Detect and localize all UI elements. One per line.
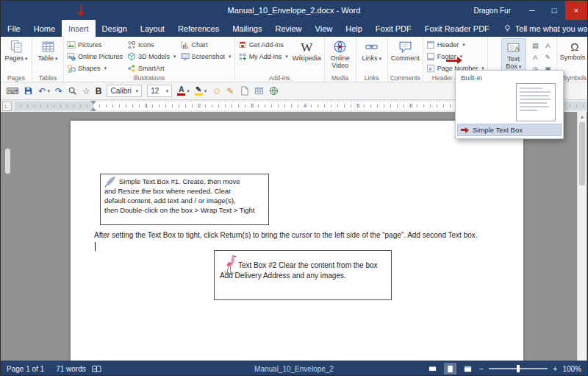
- font-name-select[interactable]: Calibri▾: [107, 85, 142, 97]
- icons-button[interactable]: Icons: [127, 39, 176, 51]
- highlight-button[interactable]: ✎▾: [195, 86, 207, 96]
- insert-table-button[interactable]: [254, 86, 264, 96]
- online-video-icon: [333, 40, 347, 54]
- addins-grid-icon: [238, 52, 247, 61]
- emoji-button[interactable]: ☺: [212, 85, 221, 96]
- tab-foxit-pdf[interactable]: Foxit PDF: [369, 20, 418, 37]
- table-button[interactable]: Table▾: [35, 38, 60, 62]
- drop-cap-button[interactable]: A: [530, 52, 541, 63]
- online-video-button[interactable]: Online Video: [328, 38, 353, 70]
- wikipedia-button[interactable]: W Wikipedia: [293, 39, 321, 63]
- tab-file[interactable]: File: [1, 20, 27, 37]
- zoom-in-button[interactable]: +: [553, 364, 557, 373]
- symbols-button[interactable]: Ω Symbols▾: [560, 38, 588, 61]
- shapes-icon: [67, 64, 76, 73]
- text-box-1[interactable]: Simple Text Box #1. Create, then move an…: [100, 174, 269, 225]
- chart-button[interactable]: Chart: [181, 39, 232, 51]
- paragraph-text[interactable]: After setting the Text Box to tight, cli…: [94, 231, 517, 239]
- pages-button[interactable]: Pages▾: [4, 38, 29, 62]
- document-area: Simple Text Box #1. Create, then move an…: [1, 112, 587, 361]
- web-layout-button[interactable]: [462, 363, 474, 375]
- omega-icon: Ω: [570, 40, 578, 54]
- header-button[interactable]: Header▾: [426, 39, 484, 51]
- zoom-level[interactable]: 100%: [562, 365, 581, 373]
- group-links: Links▾ Links: [356, 37, 388, 82]
- tab-selector[interactable]: ∟: [2, 102, 12, 111]
- links-button[interactable]: Links▾: [359, 38, 384, 62]
- group-label-links: Links: [356, 74, 387, 82]
- pictures-button[interactable]: Pictures: [67, 39, 123, 51]
- word-count[interactable]: 71 words: [50, 365, 92, 373]
- first-line-indent-marker[interactable]: [90, 101, 96, 104]
- tab-home[interactable]: Home: [27, 20, 62, 37]
- smartart-button[interactable]: SmartArt: [127, 63, 176, 74]
- comment-icon: [398, 40, 412, 54]
- minimize-button[interactable]: ─: [521, 1, 543, 20]
- gallery-item-label: Simple Text Box: [473, 126, 523, 134]
- flamingo-image: [222, 254, 237, 274]
- get-addins-button[interactable]: Get Add-ins: [238, 39, 288, 51]
- gallery-item-simple-text-box[interactable]: Simple Text Box: [457, 124, 562, 136]
- zoom-out-button[interactable]: −: [479, 364, 484, 373]
- zoom-slider[interactable]: [489, 368, 548, 369]
- bold-button[interactable]: B: [96, 86, 102, 96]
- tab-references[interactable]: References: [171, 20, 226, 37]
- document-page[interactable]: Simple Text Box #1. Create, then move an…: [71, 121, 523, 361]
- tab-view[interactable]: View: [309, 20, 340, 37]
- pencil-button[interactable]: ✎: [227, 86, 234, 96]
- online-pictures-button[interactable]: Online Pictures: [67, 51, 123, 63]
- simple-text-box-thumbnail[interactable]: [516, 83, 556, 121]
- header-icon: [426, 40, 435, 49]
- status-doc-name: Manual_10_Envelope_2: [254, 365, 334, 373]
- read-mode-button[interactable]: [426, 363, 439, 375]
- new-page-button[interactable]: [240, 86, 249, 96]
- vertical-scrollbar[interactable]: ▲: [577, 112, 587, 361]
- group-media: Online Video Media: [325, 37, 356, 82]
- text-box-2[interactable]: Text Box #2 Clear the content from the b…: [214, 250, 392, 300]
- tell-me-box[interactable]: Tell me what you want to do: [496, 20, 588, 37]
- comment-button[interactable]: Comment: [391, 38, 420, 62]
- text-box-button[interactable]: A TextBox▾: [501, 38, 526, 71]
- ribbon-tab-bar: File Home Insert Design Layout Reference…: [1, 20, 587, 37]
- page-indicator[interactable]: Page 1 of 1: [1, 365, 50, 373]
- signature-line-button[interactable]: ✎: [542, 52, 553, 63]
- text-cursor: [95, 242, 96, 251]
- undo-button[interactable]: ↶▾: [38, 86, 50, 96]
- group-label-illustrations: Illustrations: [64, 74, 234, 82]
- tab-review[interactable]: Review: [269, 20, 309, 37]
- tab-foxit-reader-pdf[interactable]: Foxit Reader PDF: [418, 20, 496, 37]
- proofing-status-icon[interactable]: [92, 365, 101, 373]
- annotation-arrow-text-box: [446, 57, 462, 64]
- shapes-button[interactable]: Shapes▾: [67, 63, 123, 74]
- tab-design[interactable]: Design: [96, 20, 134, 37]
- keyboard-icon[interactable]: ⌨: [6, 86, 18, 96]
- scroll-up-button[interactable]: ▲: [578, 112, 587, 119]
- maximize-button[interactable]: □: [543, 1, 565, 20]
- tab-insert[interactable]: Insert: [62, 20, 96, 37]
- quick-parts-button[interactable]: ▤: [530, 40, 541, 51]
- font-color-button[interactable]: A▾: [177, 86, 190, 96]
- close-button[interactable]: ×: [565, 1, 587, 20]
- tab-layout[interactable]: Layout: [134, 20, 171, 37]
- left-indent-marker[interactable]: [90, 107, 96, 111]
- save-button[interactable]: [24, 86, 33, 96]
- print-layout-button[interactable]: [444, 363, 456, 375]
- my-addins-button[interactable]: My Add-ins▾: [238, 51, 288, 63]
- 3d-models-button[interactable]: 3D Models▾: [127, 51, 176, 63]
- tell-me-label: Tell me what you want to do: [515, 24, 588, 33]
- screenshot-button[interactable]: Screenshot▾: [181, 51, 232, 63]
- web-link-button[interactable]: [269, 86, 279, 96]
- font-size-select[interactable]: 12▾: [147, 85, 172, 97]
- tab-mailings[interactable]: Mailings: [226, 20, 268, 37]
- zoom-tool-button[interactable]: [68, 86, 77, 96]
- tab-help[interactable]: Help: [339, 20, 369, 37]
- account-name[interactable]: Dragon Fur: [473, 7, 511, 15]
- redo-button[interactable]: ↷: [55, 86, 62, 96]
- link-icon: [365, 40, 379, 54]
- scrollbar-thumb[interactable]: [579, 122, 585, 185]
- wordart-button[interactable]: A: [542, 40, 553, 51]
- ruler-number: 3: [251, 102, 254, 109]
- zoom-slider-thumb[interactable]: [517, 365, 520, 372]
- ruler-number: 2: [198, 102, 201, 109]
- favorites-button[interactable]: ☆: [82, 86, 90, 96]
